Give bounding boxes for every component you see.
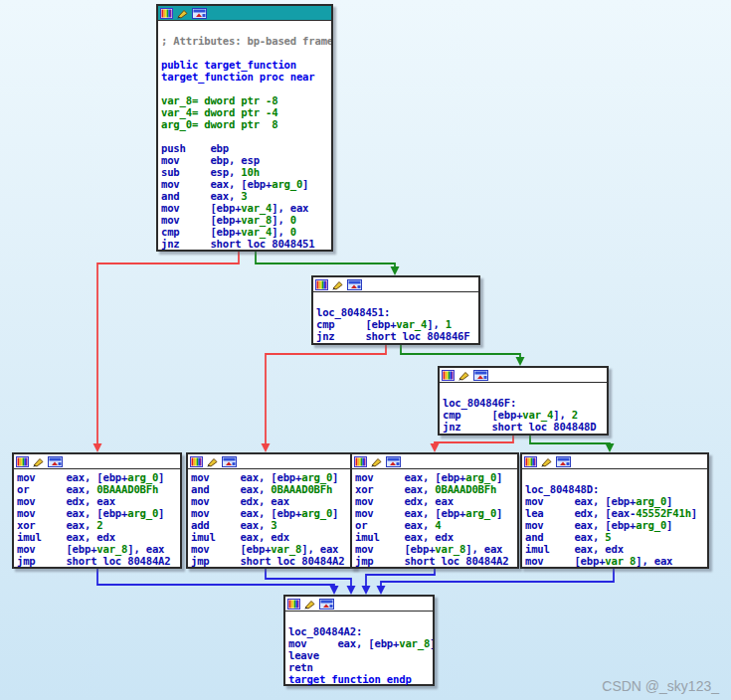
node-titlebar[interactable] bbox=[440, 368, 607, 383]
asm-token-val: arg_0 bbox=[465, 507, 496, 519]
node-disassembly: mov eax, [ebp+arg_0]or eax, 0BAAAD0BFhmo… bbox=[14, 469, 180, 567]
asm-line: jnz short loc_804848D bbox=[443, 421, 605, 433]
node-loc_8048451[interactable]: loc_8048451:cmp [ebp+var_4], 1jnz short … bbox=[311, 275, 480, 345]
group-node-icon[interactable] bbox=[192, 8, 205, 19]
node-loc_80484A2[interactable]: loc_80484A2:mov eax, [ebp+var_8]leaveret… bbox=[283, 595, 435, 686]
brush-icon[interactable] bbox=[206, 456, 219, 467]
group-node-icon[interactable] bbox=[222, 456, 235, 467]
asm-line: jmp short loc_80484A2 bbox=[191, 555, 352, 567]
node-titlebar[interactable] bbox=[313, 277, 478, 292]
palette-icon[interactable] bbox=[287, 599, 300, 610]
asm-line: arg_0= dword ptr 8 bbox=[161, 118, 329, 130]
asm-token: lea edx, [eax- bbox=[525, 507, 636, 519]
edge-loc_804846F-jnz-to-loc_804848D bbox=[530, 436, 610, 445]
palette-icon[interactable] bbox=[354, 456, 367, 467]
asm-line: target_function proc near bbox=[161, 71, 329, 83]
edge-case0-jmp-to-loc_80484A2 bbox=[97, 569, 334, 588]
asm-token-val: 0BAAAD0BFh bbox=[96, 483, 158, 495]
node-titlebar[interactable] bbox=[352, 454, 517, 469]
group-node-icon[interactable] bbox=[48, 456, 61, 467]
node-titlebar[interactable] bbox=[158, 6, 331, 21]
asm-line: mov edx, eax bbox=[355, 495, 515, 507]
asm-line: mov eax, [ebp+arg_0] bbox=[525, 495, 705, 507]
asm-token: jmp short loc_80484A2 bbox=[355, 555, 508, 567]
asm-token: jnz short loc_804846F bbox=[316, 330, 469, 342]
asm-line: lea edx, [eax-45552F41h] bbox=[525, 507, 705, 519]
asm-token-val: var_8 bbox=[399, 637, 430, 649]
node-loc_804846F[interactable]: loc_804846F:cmp [ebp+var_4], 2jnz short … bbox=[438, 366, 609, 436]
brush-icon[interactable] bbox=[370, 456, 383, 467]
asm-line: mov eax, [ebp+arg_0] bbox=[17, 471, 178, 483]
edge-loc_804846F-fallthrough-to-case2-arrowhead bbox=[431, 443, 440, 452]
group-node-icon[interactable] bbox=[473, 370, 486, 381]
asm-line: or eax, 0BAAAD0BFh bbox=[17, 483, 178, 495]
group-node-icon[interactable] bbox=[386, 456, 399, 467]
asm-line: mov eax, [ebp+arg_0] bbox=[525, 519, 705, 531]
asm-line: leave bbox=[288, 649, 431, 661]
brush-icon[interactable] bbox=[540, 456, 553, 467]
asm-line: cmp [ebp+var_4], 0 bbox=[161, 226, 329, 238]
asm-token: ], eax bbox=[636, 555, 672, 567]
asm-token: jnz short loc_804848D bbox=[443, 421, 596, 433]
group-node-icon[interactable] bbox=[319, 599, 332, 610]
edge-loc_8048451-jnz-to-loc_804846F-arrowhead bbox=[516, 357, 525, 366]
asm-token: jmp short loc_80484A2 bbox=[191, 555, 344, 567]
asm-line: mov [ebp+var_8], 0 bbox=[161, 214, 329, 226]
node-case2[interactable]: mov eax, [ebp+arg_0]xor eax, 0BAAAD0BFhm… bbox=[350, 452, 519, 569]
asm-token: mov edx, eax bbox=[355, 495, 454, 507]
asm-token-val: 1 bbox=[446, 318, 452, 330]
asm-token-val: arg_0 bbox=[127, 471, 158, 483]
asm-line: jnz short loc_8048451 bbox=[161, 238, 329, 250]
node-titlebar[interactable] bbox=[188, 454, 354, 469]
brush-icon[interactable] bbox=[331, 279, 344, 290]
asm-token: imul eax, edx bbox=[355, 531, 454, 543]
node-case1[interactable]: mov eax, [ebp+arg_0]and eax, 0BAAAD0BFhm… bbox=[186, 452, 356, 569]
asm-token: mov eax, [ebp+ bbox=[17, 471, 127, 483]
brush-icon[interactable] bbox=[176, 8, 189, 19]
node-disassembly: mov eax, [ebp+arg_0]and eax, 0BAAAD0BFhm… bbox=[188, 469, 354, 567]
palette-icon[interactable] bbox=[190, 456, 203, 467]
asm-token: mov [ebp+ bbox=[355, 543, 435, 555]
edge-start-fallthrough-to-case0 bbox=[97, 252, 239, 445]
palette-icon[interactable] bbox=[16, 456, 29, 467]
palette-icon[interactable] bbox=[524, 456, 537, 467]
asm-token: ] bbox=[666, 495, 672, 507]
brush-icon[interactable] bbox=[457, 370, 470, 381]
asm-token-val: var_8 bbox=[435, 543, 465, 555]
node-case0[interactable]: mov eax, [ebp+arg_0]or eax, 0BAAAD0BFhmo… bbox=[12, 452, 182, 569]
asm-token: mov eax, [ebp+ bbox=[525, 519, 636, 531]
edge-case1-jmp-to-loc_80484A2-arrowhead bbox=[347, 586, 356, 595]
group-node-icon[interactable] bbox=[347, 279, 360, 290]
palette-icon[interactable] bbox=[315, 279, 328, 290]
node-titlebar[interactable] bbox=[285, 597, 433, 612]
node-disassembly: loc_80484A2:mov eax, [ebp+var_8]leaveret… bbox=[285, 612, 433, 685]
node-disassembly: loc_804848D:mov eax, [ebp+arg_0]lea edx,… bbox=[522, 469, 707, 567]
asm-token: mov eax, [ebp+ bbox=[17, 507, 127, 519]
group-node-icon[interactable] bbox=[556, 456, 569, 467]
asm-token-val: arg_0 bbox=[301, 471, 332, 483]
asm-token: ] bbox=[302, 178, 308, 190]
asm-line: mov eax, [ebp+arg_0] bbox=[355, 471, 515, 483]
asm-token-val: var_4 bbox=[396, 318, 427, 330]
asm-token: ] bbox=[691, 507, 697, 519]
edge-start-jnz-to-loc_8048451-arrowhead bbox=[391, 266, 400, 275]
palette-icon[interactable] bbox=[442, 370, 455, 381]
asm-token: mov [ebp+ bbox=[191, 543, 271, 555]
asm-token-val: var_4= dword ptr -4 bbox=[161, 106, 277, 118]
brush-icon[interactable] bbox=[32, 456, 45, 467]
asm-token: ] bbox=[496, 471, 502, 483]
edge-loc_804848D-to-loc_80484A2-arrowhead bbox=[377, 586, 386, 595]
node-titlebar[interactable] bbox=[522, 454, 707, 469]
node-titlebar[interactable] bbox=[14, 454, 180, 469]
palette-icon[interactable] bbox=[160, 8, 173, 19]
ida-graph-view[interactable]: ; Attributes: bp-based framepublic targe… bbox=[0, 0, 731, 700]
node-start[interactable]: ; Attributes: bp-based framepublic targe… bbox=[156, 4, 333, 252]
asm-token: ] bbox=[430, 637, 433, 649]
asm-line: push ebp bbox=[161, 142, 329, 154]
asm-token: cmp [ebp+ bbox=[443, 409, 522, 421]
asm-token-kw: target_function endp bbox=[288, 673, 412, 685]
brush-icon[interactable] bbox=[303, 599, 316, 610]
asm-token-val: 0 bbox=[290, 226, 296, 238]
asm-line: mov ebp, esp bbox=[161, 154, 329, 166]
node-loc_804848D[interactable]: loc_804848D:mov eax, [ebp+arg_0]lea edx,… bbox=[520, 452, 709, 569]
